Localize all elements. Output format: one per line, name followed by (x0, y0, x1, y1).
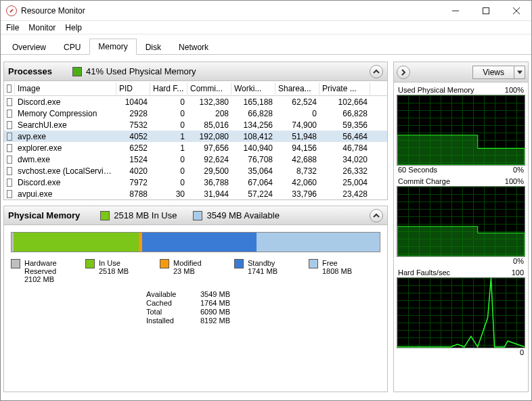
cell-pid: 8788 (116, 189, 150, 199)
graph-foot-right: 0% (513, 166, 524, 174)
col-hf[interactable]: Hard F... (150, 82, 187, 95)
chevron-down-icon[interactable] (514, 66, 525, 79)
table-row[interactable]: avp.exe40521192,080108,41251,94856,464 (4, 131, 387, 142)
processes-panel: Processes 41% Used Physical Memory Image… (3, 62, 388, 200)
tab-bar: Overview CPU Memory Disk Network (1, 36, 531, 55)
col-work[interactable]: Worki... (231, 82, 275, 95)
row-checkbox[interactable] (7, 98, 12, 106)
graph-foot-right: 0% (513, 257, 524, 265)
cell-commit: 31,944 (187, 189, 231, 199)
row-checkbox[interactable] (7, 110, 12, 118)
cell-priv: 56,464 (319, 132, 370, 141)
stat-value: 3549 MB (200, 290, 254, 298)
row-checkbox[interactable] (7, 167, 12, 175)
legend-text: In Use2518 MB (99, 259, 129, 283)
physical-memory-header[interactable]: Physical Memory 2518 MB In Use 3549 MB A… (4, 206, 387, 225)
menu-monitor[interactable]: Monitor (28, 23, 56, 32)
legend-swatch (11, 259, 20, 268)
cell-priv: 59,356 (319, 120, 370, 130)
row-checkbox[interactable] (7, 156, 12, 164)
row-checkbox[interactable] (7, 190, 12, 198)
cell-work: 66,828 (231, 109, 275, 118)
expand-arrow-icon[interactable] (397, 66, 410, 79)
col-priv[interactable]: Private ... (319, 82, 370, 95)
graph-foot-right: 0 (520, 348, 524, 356)
table-row[interactable]: Discord.exe7972036,78867,06442,06025,004 (4, 176, 387, 188)
app-icon (6, 5, 17, 16)
cell-pid: 7532 (116, 120, 150, 130)
window-title: Resource Monitor (21, 6, 440, 16)
tab-overview[interactable]: Overview (3, 39, 55, 55)
cell-priv: 46,784 (319, 143, 370, 153)
cell-image: explorer.exe (15, 143, 116, 153)
graphs-pane: Views Used Physical Memory100%60 Seconds… (393, 62, 529, 392)
bar-seg-standby (142, 233, 257, 252)
row-checkbox[interactable] (7, 121, 12, 129)
cell-share: 33,796 (275, 189, 319, 199)
cell-work: 140,940 (231, 143, 275, 153)
legend-swatch (234, 259, 244, 268)
cell-hf: 0 (150, 97, 187, 107)
in-use-label: 2518 MB In Use (114, 210, 177, 220)
select-all-checkbox[interactable] (7, 85, 12, 93)
cell-share: 51,948 (275, 132, 319, 141)
table-row[interactable]: explorer.exe6252197,656140,94094,15646,7… (4, 142, 387, 154)
table-row[interactable]: avpui.exe87883031,94457,22433,79623,428 (4, 188, 387, 199)
bar-seg-free (257, 233, 380, 252)
cell-image: SearchUI.exe (15, 120, 116, 130)
menu-file[interactable]: File (6, 23, 19, 32)
minimize-button[interactable] (440, 1, 470, 20)
grid-header[interactable]: Image PID Hard F... Commi... Worki... Sh… (4, 81, 387, 96)
row-checkbox[interactable] (7, 179, 12, 187)
processes-title: Processes (8, 66, 52, 76)
table-row[interactable]: Discord.exe104040132,380165,18862,524102… (4, 96, 387, 108)
cell-share: 94,156 (275, 143, 319, 153)
close-button[interactable] (501, 1, 531, 20)
tab-cpu[interactable]: CPU (55, 39, 89, 55)
memory-legend: Hardware Reserved2102 MBIn Use2518 MBMod… (11, 259, 380, 283)
table-row[interactable]: svchost.exe (LocalServiceNo...4020029,50… (4, 165, 387, 176)
processes-header[interactable]: Processes 41% Used Physical Memory (4, 62, 387, 81)
col-commit[interactable]: Commi... (187, 82, 231, 95)
cell-work: 165,188 (231, 97, 275, 107)
legend-item: Modified23 MB (160, 259, 231, 283)
legend-swatch (85, 259, 95, 268)
cell-priv: 26,332 (319, 166, 370, 176)
graph-block: Commit Charge100%0% (397, 176, 525, 266)
cell-share: 62,524 (275, 97, 319, 107)
row-checkbox[interactable] (7, 144, 12, 152)
legend-text: Free1808 MB (322, 259, 352, 283)
graph-block: Used Physical Memory100%60 Seconds0% (397, 85, 525, 175)
window-controls (440, 1, 531, 20)
memory-stats: Available3549 MBCached1764 MBTotal6090 M… (146, 290, 380, 325)
menu-help[interactable]: Help (65, 23, 82, 32)
tab-network[interactable]: Network (170, 39, 217, 55)
table-row[interactable]: SearchUI.exe7532085,016134,25674,90059,3… (4, 119, 387, 131)
row-checkbox[interactable] (7, 133, 12, 141)
table-row[interactable]: dwm.exe1524092,62476,70842,68834,020 (4, 154, 387, 165)
cell-hf: 30 (150, 189, 187, 199)
tab-memory[interactable]: Memory (89, 39, 136, 55)
cell-image: avp.exe (15, 132, 116, 141)
graph-title: Used Physical Memory (398, 86, 474, 94)
cell-image: Discord.exe (15, 178, 116, 187)
stat-key: Available (146, 290, 200, 298)
table-row[interactable]: Memory Compression2928020866,828066,828 (4, 108, 387, 119)
tab-disk[interactable]: Disk (137, 39, 170, 55)
graph (397, 95, 525, 166)
legend-text: Standby1741 MB (248, 259, 278, 283)
graph (397, 277, 525, 348)
in-use-swatch (100, 211, 110, 220)
legend-item: In Use2518 MB (85, 259, 157, 283)
views-button[interactable]: Views (472, 66, 525, 79)
col-share[interactable]: Sharea... (275, 82, 319, 95)
maximize-button[interactable] (470, 1, 501, 20)
collapse-icon[interactable] (370, 209, 383, 222)
collapse-icon[interactable] (370, 65, 383, 78)
stat-value: 8192 MB (200, 316, 254, 325)
col-image[interactable]: Image (15, 82, 116, 95)
cell-work: 67,064 (231, 178, 275, 187)
cell-pid: 10404 (116, 97, 150, 107)
cell-hf: 0 (150, 120, 187, 130)
col-pid[interactable]: PID (116, 82, 150, 95)
